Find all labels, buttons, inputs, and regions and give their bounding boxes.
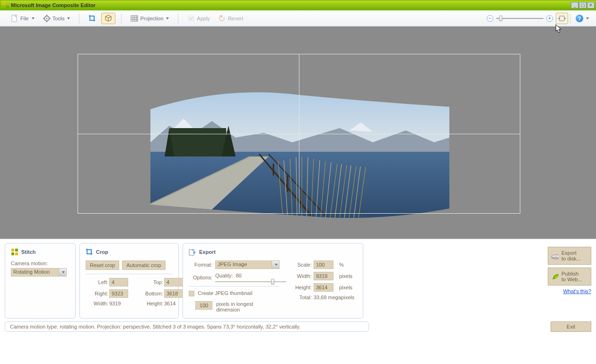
apply-label: Apply (197, 16, 210, 21)
publish-to-web-button[interactable]: Publish to Web... (548, 268, 591, 286)
automatic-crop-button[interactable]: Automatic crop (122, 260, 165, 270)
status-row: Camera motion type: rotating motion. Pro… (0, 319, 596, 336)
quality-slider[interactable] (215, 281, 286, 282)
chevron-down-icon (272, 261, 279, 269)
projection-menu[interactable]: Projection (127, 13, 172, 24)
format-select[interactable]: JPEG Image (215, 260, 280, 269)
zoom-out-button[interactable]: − (487, 15, 493, 22)
thumbnail-check-label: Create JPEG thumbnail (198, 290, 253, 296)
stitch-icon (11, 248, 18, 256)
total-label: Total: (291, 295, 312, 300)
export-height-input[interactable] (314, 283, 333, 292)
chevron-down-icon (59, 269, 66, 276)
zoom-in-button[interactable]: + (546, 15, 553, 22)
crop-mode-button[interactable] (85, 13, 99, 24)
file-label: File (20, 16, 29, 21)
minimize-button[interactable]: _ (571, 2, 578, 9)
camera-motion-select[interactable]: Rotating Motion (11, 268, 67, 277)
svg-rect-38 (11, 249, 14, 251)
tools-menu[interactable]: Tools (40, 13, 74, 24)
publish-web-line2: to Web... (561, 277, 582, 282)
stitch-title: Stitch (21, 249, 36, 255)
svg-rect-40 (11, 252, 14, 255)
scale-input[interactable] (314, 260, 333, 269)
export-to-disk-button[interactable]: Export to disk... (548, 247, 591, 265)
export-height-label: Height: (291, 285, 312, 290)
right-input[interactable] (109, 289, 128, 298)
right-buttons: Export to disk... Publish to Web... What… (544, 243, 591, 319)
apply-button[interactable]: Apply (184, 13, 213, 24)
tools-label: Tools (53, 16, 65, 21)
thumb-desc-line1: pixels in longest (216, 301, 253, 307)
thumbnail-size-input[interactable] (195, 301, 212, 310)
svg-rect-41 (15, 252, 18, 255)
fit-to-screen-button[interactable] (556, 13, 568, 24)
maximize-button[interactable]: ▢ (579, 2, 587, 9)
quality-thumb[interactable] (271, 279, 274, 285)
pixels-label-h: pixels (339, 285, 368, 290)
leaf-icon (551, 273, 559, 280)
crop-icon (88, 15, 96, 22)
svg-point-45 (555, 256, 557, 256)
zoom-thumb[interactable] (499, 16, 502, 21)
toolbar: File Tools Projection (0, 10, 596, 26)
status-text: Camera motion type: rotating motion. Pro… (5, 321, 369, 332)
3d-mode-button[interactable] (101, 13, 115, 24)
right-label: Right: (86, 291, 108, 296)
chevron-down-icon (67, 17, 70, 19)
chevron-down-icon (586, 17, 589, 19)
revert-label: Revert (228, 16, 243, 21)
svg-rect-14 (560, 16, 564, 21)
crop-rectangle[interactable] (78, 54, 520, 214)
thumb-desc-line2: dimension (216, 307, 253, 312)
undo-icon (219, 15, 226, 22)
reset-crop-button[interactable]: Reset crop (86, 260, 119, 270)
projection-label: Projection (140, 16, 163, 21)
whats-this-link[interactable]: What's this? (563, 288, 591, 294)
bottom-label: Bottom: (140, 291, 163, 296)
crop-icon (86, 248, 93, 256)
revert-button[interactable]: Revert (215, 13, 246, 24)
stitch-panel: Stitch Camera motion: Rotating Motion (5, 243, 76, 319)
cube-icon (105, 15, 112, 22)
top-input[interactable] (164, 278, 183, 286)
export-panel: Export Format: JPEG Image Options: Quali… (183, 243, 363, 319)
width-value: 9319 (109, 301, 139, 306)
exit-button[interactable]: Exit (551, 321, 591, 332)
chevron-down-icon (32, 17, 35, 19)
pixels-label-w: pixels (339, 273, 368, 279)
width-label: Width: (86, 301, 108, 306)
crop-title: Crop (96, 249, 108, 255)
close-button[interactable]: ✕ (587, 2, 595, 9)
camera-motion-label: Camera motion: (11, 260, 48, 266)
disk-icon (551, 252, 559, 260)
file-menu[interactable]: File (8, 13, 38, 24)
publish-web-line1: Publish (561, 271, 582, 277)
format-value: JPEG Image (215, 260, 280, 269)
bottom-input[interactable] (164, 289, 183, 298)
quality-value: 80 (236, 273, 241, 278)
percent-label: % (339, 262, 368, 268)
total-value: 33,68 megapixels (314, 295, 368, 300)
help-menu[interactable]: ? (572, 13, 592, 24)
gear-icon (43, 15, 51, 22)
app-icon (2, 2, 9, 9)
canvas-viewport[interactable] (0, 26, 596, 239)
export-width-input[interactable] (314, 272, 333, 280)
quality-label: Quality: (215, 273, 233, 278)
thumbnail-checkbox[interactable] (189, 291, 194, 296)
svg-point-2 (46, 17, 47, 19)
options-label: Options: (189, 275, 212, 280)
scale-label: Scale: (291, 262, 312, 268)
crop-panel: Crop Reset crop Automatic crop Left: Top… (79, 243, 179, 319)
fit-icon (558, 15, 566, 22)
window-title: Microsoft Image Composite Editor (11, 2, 96, 8)
export-title: Export (199, 249, 216, 255)
zoom-slider[interactable] (496, 18, 543, 19)
chevron-down-icon (166, 17, 169, 19)
export-width-label: Width: (291, 273, 312, 279)
check-icon (187, 15, 195, 22)
panels-row: Stitch Camera motion: Rotating Motion Cr… (0, 239, 596, 319)
export-icon (189, 248, 196, 256)
left-input[interactable] (109, 278, 128, 286)
